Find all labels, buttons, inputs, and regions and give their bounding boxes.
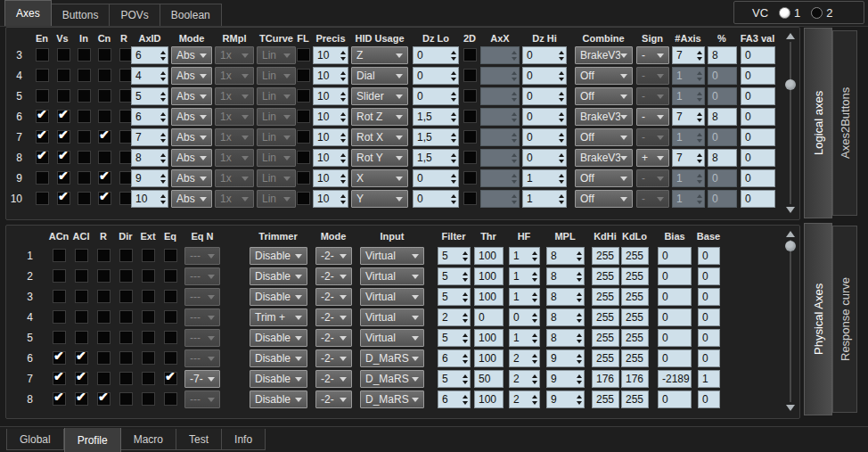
spinner-arrows-icon[interactable] xyxy=(448,133,458,143)
spin-down-icon[interactable] xyxy=(160,98,166,102)
scroll-thumb[interactable] xyxy=(785,79,796,90)
mode-dropdown[interactable]: Abs xyxy=(171,108,212,126)
hf-spinner[interactable]: 2 xyxy=(509,390,540,408)
spin-down-icon[interactable] xyxy=(559,139,564,143)
fl-checkbox[interactable] xyxy=(297,89,310,103)
spin-down-icon[interactable] xyxy=(340,139,346,143)
spin-up-icon[interactable] xyxy=(532,272,537,275)
dir-checkbox[interactable] xyxy=(119,249,133,262)
mode-dropdown[interactable]: Abs xyxy=(171,67,212,85)
d2-checkbox[interactable] xyxy=(463,89,477,103)
spin-down-icon[interactable] xyxy=(340,119,346,122)
bias-field[interactable]: 0 xyxy=(658,349,692,367)
vc-radio-2[interactable] xyxy=(811,7,823,19)
mode-dropdown[interactable]: Abs xyxy=(171,169,212,187)
acl-checkbox[interactable] xyxy=(75,269,88,283)
ext-checkbox[interactable] xyxy=(142,290,155,303)
side-tab-logical-axes[interactable]: Logical axes xyxy=(804,28,832,218)
spin-down-icon[interactable] xyxy=(451,57,456,61)
mode-dropdown[interactable]: -2- xyxy=(315,288,352,306)
ext-checkbox[interactable] xyxy=(142,372,155,385)
spin-up-icon[interactable] xyxy=(340,133,346,136)
sign-dropdown[interactable]: - xyxy=(636,169,669,187)
spin-down-icon[interactable] xyxy=(512,57,517,61)
spin-down-icon[interactable] xyxy=(532,401,537,405)
spin-down-icon[interactable] xyxy=(512,78,517,81)
spinner-arrows-icon[interactable] xyxy=(338,112,348,122)
combine-dropdown[interactable]: Off xyxy=(575,67,633,85)
kdlo-field[interactable]: 255 xyxy=(621,308,649,326)
spinner-arrows-icon[interactable] xyxy=(529,251,539,261)
hid-dropdown[interactable]: Rot Y xyxy=(351,149,408,167)
base-field[interactable]: 0 xyxy=(698,288,720,306)
en-checkbox[interactable] xyxy=(36,171,49,185)
hid-dropdown[interactable]: Y xyxy=(351,190,408,208)
tcurve-dropdown[interactable]: Lin xyxy=(257,149,296,167)
spinner-arrows-icon[interactable] xyxy=(694,92,704,102)
spinner-arrows-icon[interactable] xyxy=(556,194,566,204)
dzlo-spinner[interactable]: 1,5 xyxy=(413,128,459,146)
spin-down-icon[interactable] xyxy=(340,57,346,61)
spinner-arrows-icon[interactable] xyxy=(556,174,566,184)
spin-up-icon[interactable] xyxy=(697,174,702,177)
input-dropdown[interactable]: Virtual xyxy=(360,267,424,285)
spin-down-icon[interactable] xyxy=(577,381,582,384)
spin-up-icon[interactable] xyxy=(160,174,166,177)
axx-spinner[interactable] xyxy=(480,87,520,105)
cn-checkbox[interactable] xyxy=(98,89,111,103)
spinner-arrows-icon[interactable] xyxy=(338,153,348,163)
hid-dropdown[interactable]: Rot X xyxy=(351,128,408,146)
fa3-field[interactable]: 0 xyxy=(741,67,775,85)
mode-dropdown[interactable]: -2- xyxy=(315,370,352,388)
naxis-spinner[interactable]: 1 xyxy=(672,87,705,105)
spin-up-icon[interactable] xyxy=(532,333,537,337)
eqn-dropdown[interactable]: --- xyxy=(184,288,220,306)
fa3-field[interactable]: 0 xyxy=(741,87,775,105)
spinner-arrows-icon[interactable] xyxy=(556,71,566,81)
vs-checkbox[interactable] xyxy=(57,171,70,185)
trimmer-dropdown[interactable]: Trim + xyxy=(250,308,307,326)
dir-checkbox[interactable] xyxy=(119,310,133,324)
acn-checkbox[interactable] xyxy=(53,310,66,324)
ext-checkbox[interactable] xyxy=(142,351,155,365)
axid-spinner[interactable]: 8 xyxy=(131,149,168,167)
spinner-arrows-icon[interactable] xyxy=(509,194,519,204)
spin-up-icon[interactable] xyxy=(559,71,564,75)
eqn-dropdown[interactable]: --- xyxy=(184,329,220,347)
kdlo-field[interactable]: 255 xyxy=(621,349,649,367)
spinner-arrows-icon[interactable] xyxy=(509,112,519,122)
spinner-arrows-icon[interactable] xyxy=(529,292,539,302)
tcurve-dropdown[interactable]: Lin xyxy=(257,190,296,208)
combine-dropdown[interactable]: BrakeV3 xyxy=(575,108,633,126)
dzhi-spinner[interactable]: 0 xyxy=(522,67,567,85)
spinner-arrows-icon[interactable] xyxy=(694,112,704,122)
base-field[interactable]: 0 xyxy=(698,349,720,367)
tab-macro[interactable]: Macro xyxy=(121,429,176,450)
spin-up-icon[interactable] xyxy=(577,251,582,255)
spinner-arrows-icon[interactable] xyxy=(694,194,704,204)
spin-down-icon[interactable] xyxy=(577,258,582,261)
spin-up-icon[interactable] xyxy=(463,333,468,337)
hid-dropdown[interactable]: X xyxy=(351,169,408,187)
hf-spinner[interactable]: 2 xyxy=(509,370,540,388)
filter-spinner[interactable]: 6 xyxy=(438,349,471,367)
eq-checkbox[interactable] xyxy=(164,290,177,303)
mode-dropdown[interactable]: -2- xyxy=(315,390,352,408)
fl-checkbox[interactable] xyxy=(297,110,310,123)
cn-checkbox[interactable] xyxy=(98,151,111,164)
spin-down-icon[interactable] xyxy=(577,319,582,323)
spin-down-icon[interactable] xyxy=(532,319,537,323)
rmpl-dropdown[interactable]: 1x xyxy=(215,169,254,187)
dzlo-spinner[interactable]: 1,5 xyxy=(413,149,459,167)
scroll-thumb[interactable] xyxy=(785,241,796,251)
trimmer-dropdown[interactable]: Disable xyxy=(250,329,307,347)
vs-checkbox[interactable] xyxy=(57,192,70,205)
spinner-arrows-icon[interactable] xyxy=(338,133,348,143)
sign-dropdown[interactable]: - xyxy=(636,67,669,85)
dzlo-spinner[interactable]: 0 xyxy=(413,190,459,208)
input-dropdown[interactable]: D_MaRS xyxy=(360,349,424,367)
spinner-arrows-icon[interactable] xyxy=(448,92,458,102)
spinner-arrows-icon[interactable] xyxy=(460,354,470,364)
mpl-spinner[interactable]: 9 xyxy=(546,390,585,408)
axx-spinner[interactable] xyxy=(480,149,520,167)
